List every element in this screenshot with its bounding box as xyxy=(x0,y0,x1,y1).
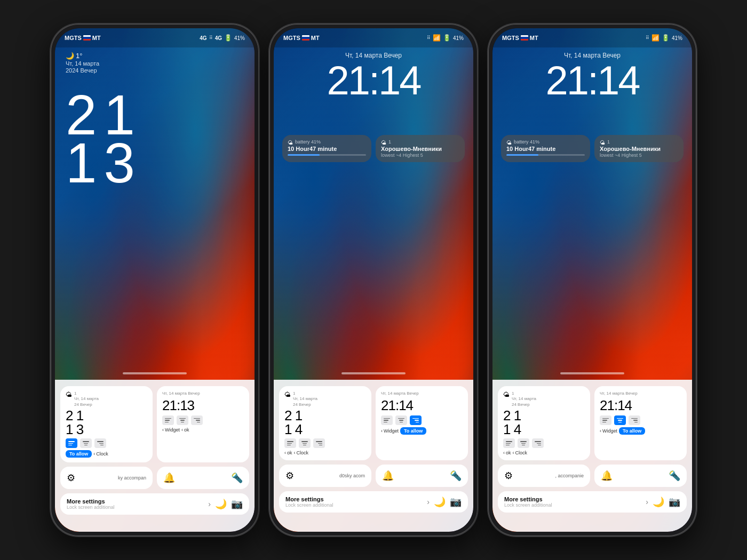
nav-row-1a: To allow ‹ Clock xyxy=(66,450,147,458)
lock-widget-title-2a: battery 41% xyxy=(295,139,321,145)
quick-grid-1: ⚙ ky accompan 🔔 🔦 xyxy=(60,467,249,489)
nav-row-3b: ‹ Widget To allow xyxy=(600,427,681,435)
quick-card-1b: 🔔 🔦 xyxy=(157,467,249,489)
align-btn-center-3b[interactable] xyxy=(614,415,626,425)
camera-icon-3[interactable]: 📷 xyxy=(669,496,680,508)
widget-desc-1a: 24 Вечер xyxy=(74,402,99,407)
quick-card-2b: 🔔 🔦 xyxy=(376,465,468,487)
lock-widget-2b: 🌤 1 Хорошево-Мневники lowest ~4 Highest … xyxy=(376,135,465,162)
lock-widget-num-2b: 1 xyxy=(388,139,391,145)
weather-temp-1: 🌙 1° xyxy=(66,52,99,60)
nav-clock-3a[interactable]: ‹ Clock xyxy=(513,450,528,455)
swipe-indicator-2 xyxy=(341,372,406,374)
lock-widget-sub-2b: lowest ~4 Highest 5 xyxy=(381,153,459,158)
camera-icon-2[interactable]: 📷 xyxy=(450,496,462,508)
settings-icon-3[interactable]: ⚙ xyxy=(504,470,513,482)
widget-text-1b: Widget xyxy=(165,427,180,433)
align-btn-right-2b[interactable] xyxy=(410,415,422,425)
nav-row-1b: ‹ Widget ‹ ok xyxy=(162,427,244,433)
nav-ok-2a[interactable]: ‹ ok xyxy=(284,450,292,455)
align-btn-left-3a[interactable] xyxy=(503,438,515,448)
chevron-left-widget-1b: ‹ xyxy=(162,427,164,433)
camera-icon-1[interactable]: 📷 xyxy=(231,498,243,510)
top-weather-1: 🌙 1° Чт, 14 марта 2024 Вечер xyxy=(66,52,99,74)
torch-icon-1[interactable]: 🔦 xyxy=(231,472,243,484)
align-btn-center-1b[interactable] xyxy=(177,415,188,425)
lock-widget-num-3b: 1 xyxy=(607,139,610,145)
carrier1-label-3: MGTS xyxy=(502,35,519,41)
align-btn-center-1a[interactable] xyxy=(80,438,92,448)
moon-icon-3[interactable]: 🌙 xyxy=(653,496,664,508)
nav-clock-1a[interactable]: ‹ Clock xyxy=(93,451,108,457)
align-buttons-2b xyxy=(381,415,463,425)
lock-widget-3a: 🌤 battery 41% 10 Hour47 minute xyxy=(501,135,590,162)
nav-widget-2b[interactable]: ‹ Widget xyxy=(381,428,399,434)
big-time-3: 21:14 xyxy=(545,60,639,101)
nav-ok-3a[interactable]: ‹ ok xyxy=(503,450,511,455)
align-btn-right-1a[interactable] xyxy=(94,438,106,448)
lock-widget-value-3b: Хорошево-Мневники xyxy=(600,146,678,152)
nav-widget-3b[interactable]: ‹ Widget xyxy=(600,428,617,434)
align-btn-left-3b[interactable] xyxy=(600,415,611,425)
widget-card-1b: Чт, 14 марта Вечер 21:13 xyxy=(157,386,249,462)
signal-dots: ⠿ xyxy=(209,35,213,41)
quick-grid-3: ⚙ , accompanie 🔔 🔦 xyxy=(498,465,687,487)
status-right-1: 4G ⠿ 4G 🔋 41% xyxy=(200,34,245,42)
widget-date-2b: Чт, 14 марта Вечер xyxy=(381,391,463,396)
align-btn-right-1b[interactable] xyxy=(191,415,203,425)
nav-to-allow-1a[interactable]: To allow xyxy=(66,450,92,458)
bottom-panel-2: 🌤 1 Чт, 14 марта 24 Вечер 2 1 xyxy=(274,380,473,532)
carrier-info-1: MGTS МТ xyxy=(65,35,101,41)
phones-container: MGTS МТ 4G ⠿ 4G 🔋 41% xyxy=(51,24,696,536)
align-btn-right-3a[interactable] xyxy=(532,438,544,448)
align-icon-left-1a xyxy=(68,441,75,445)
widget-desc-2a: 24 Вечер xyxy=(293,402,317,407)
align-buttons-1a xyxy=(66,438,147,448)
moon-icon-1[interactable]: 🌙 xyxy=(215,498,227,510)
widget-weather-icon-1a: 🌤 xyxy=(66,391,72,398)
bell-icon-3[interactable]: 🔔 xyxy=(601,470,613,482)
bell-icon-2[interactable]: 🔔 xyxy=(382,470,394,482)
align-btn-right-3b[interactable] xyxy=(629,415,640,425)
nav-ok-1b[interactable]: ‹ ok xyxy=(181,427,189,433)
nav-widget-1b[interactable]: ‹ Widget xyxy=(162,427,180,433)
network-label: 4G xyxy=(200,35,206,41)
align-btn-left-1b[interactable] xyxy=(162,415,174,425)
more-settings-1[interactable]: More settings Lock screen additional › 🌙… xyxy=(60,493,249,515)
to-allow-label-3b: To allow xyxy=(619,427,645,435)
nav-row-2b: ‹ Widget To allow xyxy=(381,427,463,435)
widget-date-1a: Чт, 14 марта xyxy=(74,396,99,402)
bell-icon-1[interactable]: 🔔 xyxy=(163,472,175,484)
align-btn-left-2a[interactable] xyxy=(284,438,296,448)
widget-date-2a: Чт, 14 марта xyxy=(293,396,317,402)
settings-icon-2[interactable]: ⚙ xyxy=(285,470,294,482)
widget-date-3b: Чт, 14 марта Вечер xyxy=(600,391,681,396)
nav-to-allow-3b[interactable]: To allow xyxy=(619,427,645,435)
align-icon-center-1b xyxy=(179,418,186,422)
settings-icon-1[interactable]: ⚙ xyxy=(67,472,75,484)
widget-grid-3: 🌤 1 Чт, 14 марта 24 Вечер 2 1 xyxy=(498,386,687,460)
align-btn-left-2b[interactable] xyxy=(381,415,393,425)
more-settings-2[interactable]: More settings Lock screen additional › 🌙… xyxy=(279,491,468,513)
align-btn-center-3a[interactable] xyxy=(518,438,529,448)
torch-icon-3[interactable]: 🔦 xyxy=(669,470,680,482)
align-btn-right-2a[interactable] xyxy=(313,438,325,448)
nav-clock-2a[interactable]: ‹ Clock xyxy=(294,450,309,455)
status-bar-3: MGTS МТ ⠿ 📶 🔋 41% xyxy=(492,28,692,47)
widget-card-1a: 🌤 1 Чт, 14 марта 24 Вечер 2 1 xyxy=(60,386,153,462)
moon-icon-2[interactable]: 🌙 xyxy=(434,496,446,508)
widget-time-1b: 21:13 xyxy=(162,398,244,413)
align-btn-center-2a[interactable] xyxy=(299,438,311,448)
more-settings-3[interactable]: More settings Lock screen additional › 🌙… xyxy=(498,491,687,513)
phone-2: MGTS МТ ⠿ 📶 🔋 41% xyxy=(269,24,478,536)
align-btn-center-2b[interactable] xyxy=(395,415,407,425)
widget-date-3a: Чт, 14 марта xyxy=(512,396,536,402)
swipe-indicator-3 xyxy=(560,372,624,374)
lock-widget-icon-2a: 🌤 xyxy=(288,140,293,146)
swipe-indicator-1 xyxy=(123,372,187,374)
align-btn-left-1a[interactable] xyxy=(66,438,77,448)
nav-to-allow-2b[interactable]: To allow xyxy=(400,427,426,435)
lock-widget-value-2b: Хорошево-Мневники xyxy=(381,146,459,152)
progress-bar-2a xyxy=(288,154,366,156)
torch-icon-2[interactable]: 🔦 xyxy=(450,470,462,482)
